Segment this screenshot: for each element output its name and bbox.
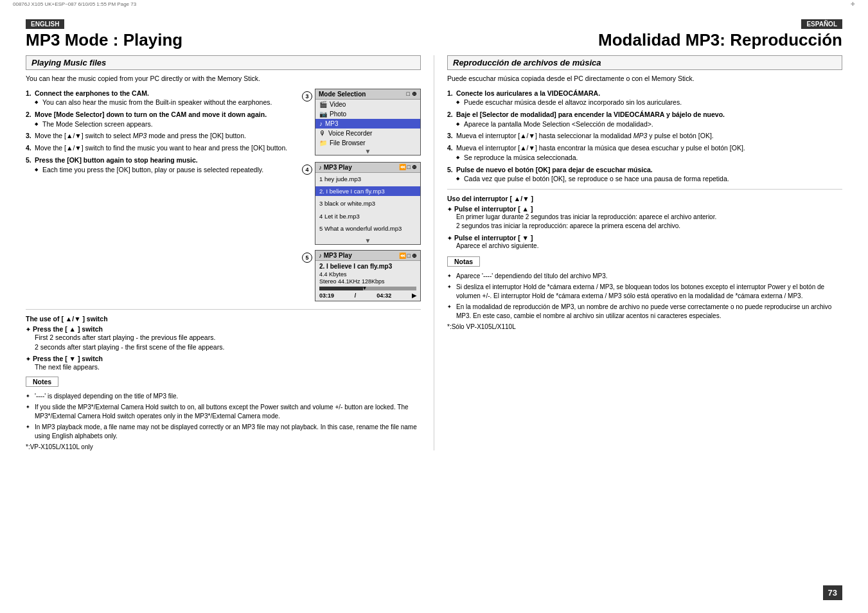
intro-text-left: You can hear the music copied from your …	[26, 74, 421, 84]
intro-text-right: Puede escuchar música copiada desde el P…	[447, 74, 842, 84]
reg-marks-text: 00876J X105 UK+ESP~087 6/10/05 1:55 PM P…	[13, 1, 136, 7]
reg-marks: 00876J X105 UK+ESP~087 6/10/05 1:55 PM P…	[0, 0, 868, 8]
file-1: 1 hey jude.mp3	[315, 174, 420, 184]
es-step-4: 4. Mueva el interruptor [▲/▼] hasta enco…	[447, 143, 842, 162]
switch-title-left: The use of [ ▲/▼ ] switch	[26, 315, 421, 323]
es-note-3: En la modalidad de reproducción de MP3, …	[447, 303, 842, 321]
step-circle-5: 5	[302, 253, 312, 263]
right-column: Reproducción de archivos de música Puede…	[447, 55, 842, 450]
es-step-2: 2. Baje el [Selector de modalidad] para …	[447, 110, 842, 129]
es-switch-up: Pulse el interruptor [ ▲ ] En primer lug…	[447, 205, 842, 231]
header-right: ESPAÑOL Modalidad MP3: Reproducción	[450, 19, 842, 50]
mp3-file-list: 1 hey jude.mp3 2. I believe I can fly.mp…	[315, 173, 420, 237]
mp3-now-icons: ⏪ □ ⊕	[399, 253, 417, 259]
lang-badge-espanol: ESPAÑOL	[450, 19, 842, 30]
main-title-left: MP3 Mode : Playing	[26, 30, 418, 50]
notes-list-left: '----' is displayed depending on the tit…	[26, 392, 421, 441]
step-3: 3. Move the [▲/▼] switch to select MP3 m…	[26, 131, 421, 141]
switch-title-right: Uso del interruptor [ ▲/▼ ]	[447, 195, 842, 202]
footnote-left: *:VP-X105L/X110L only	[26, 443, 421, 450]
file-3: 3 black or white.mp3	[315, 199, 420, 208]
step-2: 2. Move [Mode Selector] down to turn on …	[26, 110, 421, 129]
progress-bar: ▼	[319, 287, 416, 290]
file-2-selected: 2. I believe I can fly.mp3	[315, 186, 420, 196]
step-1: 1. Connect the earphones to the CAM. You…	[26, 89, 421, 107]
lang-badge-english: ENGLISH	[26, 19, 418, 30]
track-quality: Stereo 44.1KHz 128Kbps	[319, 278, 416, 285]
time-current: 03:19	[319, 292, 334, 299]
switch-up-left: Press the [ ▲ ] switch First 2 seconds a…	[26, 325, 421, 351]
es-switch-down: Pulse el interruptor [ ▼ ] Aparece el ar…	[447, 234, 842, 251]
header-left: ENGLISH MP3 Mode : Playing	[26, 19, 418, 50]
es-note-1: Aparece '----' dependiendo del título de…	[447, 272, 842, 281]
file-5: 5 What a wonderful world.mp3	[315, 224, 420, 233]
es-step-1: 1. Conecte los auriculares a la VIDEOCÁM…	[447, 89, 842, 107]
switch-down-left: Press the [ ▼ ] switch The next file app…	[26, 355, 421, 372]
mp3-now-playing-screen: ♪ MP3 Play ⏪ □ ⊕ 2. I believe I can fly.…	[315, 250, 421, 301]
steps-list-left: 1. Connect the earphones to the CAM. You…	[26, 89, 421, 175]
page-number: 73	[823, 585, 842, 600]
es-step-3: 3. Mueva el interruptor [▲/▼] hasta sele…	[447, 131, 842, 141]
page-container: 00876J X105 UK+ESP~087 6/10/05 1:55 PM P…	[0, 0, 868, 613]
es-note-2: Si desliza el interruptor Hold de *cámar…	[447, 283, 842, 301]
mp3-now-body: 2. I believe I can fly.mp3 4.4 Kbytes St…	[315, 261, 420, 301]
note-1: '----' is displayed depending on the tit…	[26, 392, 421, 401]
step-5: 5. Press the [OK] button again to stop h…	[26, 155, 421, 174]
progress-bar-fill	[319, 287, 363, 290]
step-4: 4. Move the [▲/▼] switch to find the mus…	[26, 143, 421, 153]
two-col-layout: Playing Music files You can hear the mus…	[26, 55, 842, 450]
section-title-right: Reproducción de archivos de música	[447, 55, 842, 70]
note-2: If you slide the MP3*/External Camera Ho…	[26, 403, 421, 421]
note-3: In MP3 playback mode, a file name may no…	[26, 423, 421, 441]
track-size: 4.4 Kbytes	[319, 271, 416, 278]
reg-crosshair: ✛	[851, 1, 855, 7]
section-title-left: Playing Music files	[26, 55, 421, 70]
left-column: Playing Music files You can hear the mus…	[26, 55, 421, 450]
notes-box-right: Notas	[447, 254, 842, 269]
scroll-down-arrow-4: ▼	[315, 237, 420, 244]
notes-box-left: Notes	[26, 374, 421, 389]
main-title-right: Modalidad MP3: Reproducción	[450, 30, 842, 50]
mp3-now-header: ♪ MP3 Play ⏪ □ ⊕	[315, 251, 420, 261]
play-icon: ▶	[412, 292, 416, 299]
footnote-right: *:Sólo VP-X105L/X110L	[447, 323, 842, 330]
column-divider	[434, 55, 434, 450]
es-step-5: 5. Pulse de nuevo el botón [OK] para dej…	[447, 165, 842, 184]
header-row: ENGLISH MP3 Mode : Playing ESPAÑOL Modal…	[26, 19, 842, 50]
track-name: 2. I believe I can fly.mp3	[319, 263, 416, 270]
file-4: 4 Let it be.mp3	[315, 211, 420, 221]
notes-list-right: Aparece '----' dependiendo del título de…	[447, 272, 842, 321]
time-row: 03:19 / 04:32 ▶	[319, 292, 416, 299]
steps-list-right: 1. Conecte los auriculares a la VIDEOCÁM…	[447, 89, 842, 184]
time-total: 04:32	[376, 292, 391, 299]
